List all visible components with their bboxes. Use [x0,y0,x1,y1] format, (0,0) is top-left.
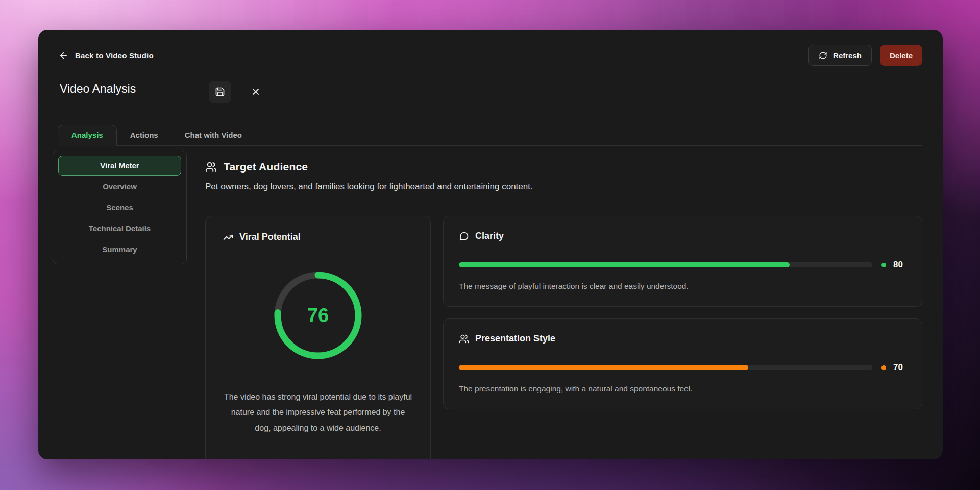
title-input[interactable]: Video Analysis [59,79,195,104]
tab-bar: Analysis Actions Chat with Video [58,125,922,146]
refresh-icon [819,51,827,60]
progress-fill [459,262,790,267]
nav-item-scenes[interactable]: Scenes [58,198,181,217]
clarity-header: Clarity [459,231,906,241]
target-audience-description: Pet owners, dog lovers, and families loo… [205,182,922,192]
refresh-button[interactable]: Refresh [808,45,872,66]
progress-fill [459,365,748,370]
presentation-style-card: Presentation Style 70 The presentation i… [443,318,922,409]
viral-meter-section: Target Audience Pet owners, dog lovers, … [205,151,922,459]
metric-cards: Viral Potential 76 The video has strong … [205,216,922,459]
close-icon [251,87,261,97]
presentation-style-score-value: 70 [893,362,906,373]
progress-track [459,262,872,267]
viral-potential-card: Viral Potential 76 The video has strong … [205,216,431,459]
clarity-score-value: 80 [893,260,906,270]
top-actions: Refresh Delete [808,45,922,66]
save-title-button[interactable] [209,81,231,103]
nav-item-viral-meter[interactable]: Viral Meter [58,156,181,176]
save-icon [215,87,225,97]
metric-column: Clarity 80 The message of playful intera… [443,216,922,409]
back-button-label: Back to Video Studio [75,51,154,60]
nav-item-overview[interactable]: Overview [58,177,181,197]
presentation-style-header: Presentation Style [459,333,906,344]
cancel-edit-button[interactable] [244,81,267,103]
content-area: Viral Meter Overview Scenes Technical De… [38,146,943,459]
tab-analysis[interactable]: Analysis [58,125,117,146]
viral-score-value: 76 [307,305,329,326]
users-icon [459,334,469,344]
presentation-style-description: The presentation is engaging, with a nat… [459,384,906,394]
users-icon [205,161,217,173]
nav-item-summary[interactable]: Summary [58,239,181,259]
refresh-button-label: Refresh [833,51,862,60]
viral-potential-description: The video has strong viral potential due… [223,389,413,436]
clarity-title: Clarity [475,231,504,241]
score-dot [881,365,886,370]
title-row: Video Analysis [38,66,943,104]
viral-potential-header: Viral Potential [223,232,413,242]
presentation-style-title: Presentation Style [475,333,555,344]
clarity-card: Clarity 80 The message of playful intera… [443,216,922,307]
delete-button[interactable]: Delete [880,45,922,66]
tab-actions[interactable]: Actions [117,125,172,145]
top-bar: Back to Video Studio Refresh Delete [38,30,943,66]
target-audience-header: Target Audience [205,161,922,173]
progress-track [459,365,872,370]
back-button[interactable]: Back to Video Studio [59,51,154,60]
tab-chat-with-video[interactable]: Chat with Video [172,125,255,145]
score-dot [881,263,886,267]
clarity-score-bar: 80 [459,260,906,270]
presentation-style-score-bar: 70 [459,362,906,373]
trending-up-icon [223,232,233,242]
viral-potential-title: Viral Potential [239,232,301,242]
message-circle-icon [459,231,469,241]
video-analysis-window: Back to Video Studio Refresh Delete Vide… [38,30,943,459]
viral-gauge: 76 [223,268,413,363]
clarity-description: The message of playful interaction is cl… [459,282,906,291]
target-audience-title: Target Audience [224,161,308,173]
arrow-left-icon [59,51,68,60]
section-nav: Viral Meter Overview Scenes Technical De… [53,151,187,264]
nav-item-technical-details[interactable]: Technical Details [58,218,181,238]
